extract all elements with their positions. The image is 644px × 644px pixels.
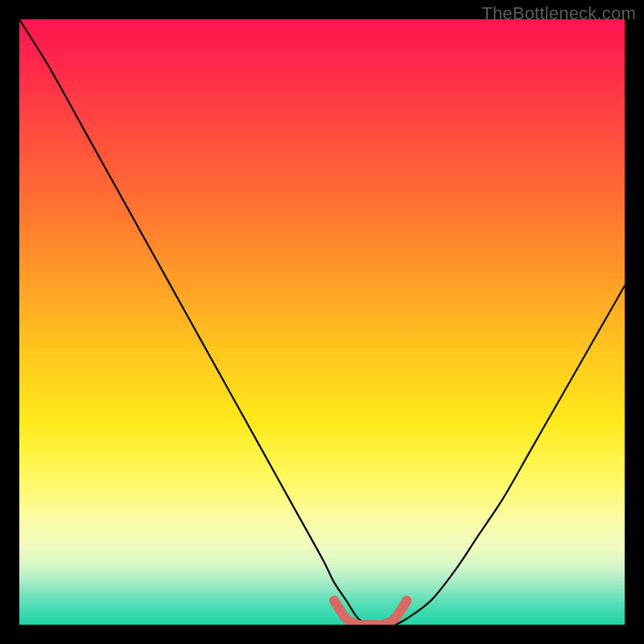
plot-area (19, 19, 625, 625)
chart-frame: TheBottleneck.com (0, 0, 644, 644)
chart-svg (19, 19, 625, 625)
bottleneck-curve (19, 19, 625, 625)
watermark-text: TheBottleneck.com (481, 3, 636, 24)
optimal-band (334, 601, 407, 625)
